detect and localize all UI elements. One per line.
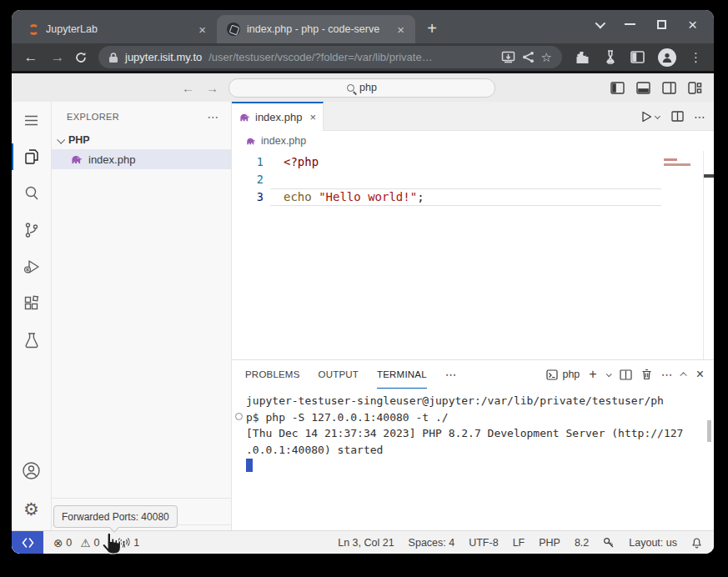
terminal-line: [Thu Dec 14 21:37:34 2023] PHP 8.2.7 Dev… [246,425,714,442]
tab-close-icon[interactable]: × [196,23,208,37]
install-app-icon[interactable] [501,51,515,63]
command-center-value: php [359,82,377,93]
close-window-button[interactable]: × [688,17,697,33]
overview-ruler [703,151,714,359]
activity-run-debug-icon[interactable] [12,248,52,285]
toggle-sidebar-icon[interactable] [610,82,625,94]
share-icon[interactable] [522,51,535,63]
run-php-button[interactable] [641,111,661,123]
browser-actions: ⋮ [572,48,705,67]
side-panel-icon[interactable] [630,51,645,63]
notifications-bell-icon[interactable] [691,537,702,549]
explorer-title: EXPLORER [67,112,119,122]
extensions-puzzle-icon[interactable] [575,50,590,65]
php-elephant-icon [70,154,83,164]
kill-terminal-trash-icon[interactable] [641,369,652,380]
encoding-status[interactable]: UTF-8 [469,537,498,549]
terminal-dropdown-chevron-icon[interactable] [605,371,611,377]
reload-button[interactable] [73,50,88,65]
forwarded-ports-tooltip: Forwarded Ports: 40080 [53,505,178,528]
line-numbers: 1 2 3 [232,151,270,359]
back-button[interactable]: ← [20,49,42,66]
history-forward-button[interactable]: → [206,81,218,95]
terminal-line: p$ php -S 127.0.0.1:40080 -t ./ [246,409,714,426]
editor-more-actions-icon[interactable]: ⋯ [694,110,705,123]
url-domain: jupyter.isit.my.to [125,51,202,63]
split-terminal-icon[interactable] [620,369,632,380]
profile-avatar[interactable] [658,48,676,67]
activity-extensions-icon[interactable] [12,285,52,322]
minimize-button[interactable] [625,23,635,25]
split-editor-icon[interactable] [671,111,684,122]
account-icon[interactable] [12,452,52,489]
tree-file-indexphp[interactable]: index.php [52,149,231,169]
keyboard-layout-status[interactable]: Layout: us [629,537,677,549]
php-version-status[interactable]: 8.2 [575,537,589,549]
forward-button[interactable]: → [47,49,68,66]
search-icon [347,84,354,92]
vscode-titlebar: ← → php [12,73,714,102]
activity-testing-beaker-icon[interactable] [12,322,52,359]
history-back-button[interactable]: ← [182,81,194,95]
flask-icon[interactable] [604,50,617,64]
php-elephant-icon [238,113,250,122]
jupyterlab-favicon-icon [28,24,39,35]
browser-menu-kebab-icon[interactable]: ⋮ [690,50,702,65]
new-terminal-button[interactable]: + [589,367,596,382]
command-center-search[interactable]: php [228,78,495,98]
editor-tab-indexphp[interactable]: index.php × [232,102,324,131]
address-bar[interactable]: jupyter.isit.my.to/user/testuser/vscode/… [98,46,562,68]
close-icon[interactable]: × [309,111,316,123]
breadcrumb[interactable]: index.php [232,131,714,151]
code-line-3-current: echo "Hello world!"; [270,188,661,206]
customize-layout-icon[interactable] [688,82,702,94]
remote-indicator[interactable] [12,531,43,554]
tree-folder-php[interactable]: PHP [52,131,231,149]
language-mode-status[interactable]: PHP [539,537,560,549]
browser-tab-jupyterlab[interactable]: JupyterLab × [18,15,217,43]
eol-status[interactable]: LF [513,537,525,549]
command-decoration-icon[interactable] [235,413,243,420]
panel-tab-problems[interactable]: PROBLEMS [245,360,300,389]
panel-more-actions-icon[interactable]: ⋯ [661,368,673,381]
php-elephant-icon [245,137,256,145]
close-panel-icon[interactable]: × [696,367,704,382]
forwarded-ports-status[interactable]: 1 [118,537,139,549]
indentation-status[interactable]: Spaces: 4 [409,537,455,549]
activity-source-control-icon[interactable] [12,212,52,248]
terminal-profile[interactable]: php [546,369,580,380]
minimap[interactable] [661,151,703,359]
problems-status[interactable]: ⊗ 0 ⚠ 0 [53,536,99,549]
explorer-more-actions-icon[interactable]: ⋯ [208,110,219,123]
warning-icon: ⚠ [80,536,90,549]
panel-tabs-more-icon[interactable]: ⋯ [445,368,457,381]
mouse-pointer-cursor [101,533,121,561]
terminal-cursor [246,459,253,472]
new-tab-button[interactable]: + [420,17,444,40]
terminal-scrollbar[interactable] [707,420,711,442]
menu-hamburger-icon[interactable] [12,102,52,138]
tab-label: index.php [255,111,302,123]
code-editor[interactable]: 1 2 3 <?php echo "Hello world!"; [232,151,714,359]
terminal[interactable]: jupyter-testuser-singleuser@jupyter:/var… [232,389,714,530]
settings-gear-icon[interactable]: ⚙ [12,489,52,530]
window-controls: × [595,10,714,43]
maximize-button[interactable] [657,20,666,29]
editor-group: index.php × ⋯ index.php [232,102,714,530]
cursor-position-status[interactable]: Ln 3, Col 21 [338,537,394,549]
maximize-panel-chevron-icon[interactable] [680,372,686,379]
toggle-panel-icon[interactable] [636,82,650,94]
toggle-secondary-sidebar-icon[interactable] [662,82,676,94]
browser-tab-codeserver[interactable]: index.php - php - code-serve × [217,15,415,43]
tab-search-chevron-icon[interactable] [595,18,605,28]
activity-explorer-icon[interactable] [12,138,52,175]
terminal-line: .0.0.1:40080) started [246,442,714,459]
bookmark-star-icon[interactable]: ☆ [541,50,552,65]
person-icon [661,52,673,63]
activity-search-icon[interactable] [12,175,52,212]
tab-title: JupyterLab [46,23,189,35]
panel-tab-output[interactable]: OUTPUT [319,360,359,389]
tab-close-icon[interactable]: × [394,23,407,37]
key-icon[interactable] [603,537,615,549]
panel-tab-terminal[interactable]: TERMINAL [377,360,427,389]
